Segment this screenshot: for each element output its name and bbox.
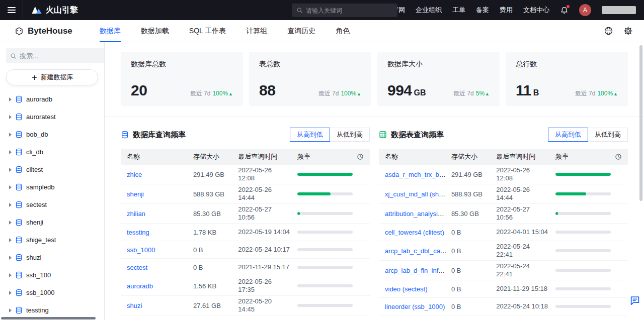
tab-data-loading[interactable]: 数据加载 [141, 20, 169, 42]
caret-right-icon[interactable] [9, 256, 12, 260]
product-nav-bar: ByteHouse 数据库 数据加载 SQL 工作表 计算组 查询历史 角色 [0, 20, 644, 42]
stat-unit: GB [414, 88, 426, 97]
database-name-link[interactable]: tessting [127, 229, 149, 236]
sort-toggle: 从高到低 从低到高 [290, 128, 370, 142]
stat-value: 20 [131, 82, 147, 98]
last-query-time: 2022-05-24 10:18 [496, 302, 555, 310]
sidebar-item-cli_db[interactable]: cli_db [6, 143, 98, 161]
caret-right-icon[interactable] [9, 150, 12, 154]
hamburger-menu-button[interactable] [0, 0, 23, 20]
user-avatar[interactable]: A [579, 4, 591, 16]
clock-icon[interactable] [357, 153, 364, 160]
table-row: arcp_lab_y_irec_fi_pre…0 B2022-05-24 11:… [379, 315, 628, 320]
caret-right-icon[interactable] [9, 221, 12, 225]
sidebar-item-bob_db[interactable]: bob_db [6, 126, 98, 143]
settings-gear-icon[interactable] [623, 26, 633, 36]
global-search-box [292, 4, 397, 17]
notifications-button[interactable] [560, 6, 569, 15]
tab-compute-groups[interactable]: 计算组 [246, 20, 267, 42]
caret-right-icon[interactable] [9, 115, 12, 119]
table-row: shuzi27.61 GB2022-05-20 14:45 [121, 296, 370, 315]
database-name-link[interactable]: sectest [127, 264, 147, 271]
sidebar-item-auroradb[interactable]: auroradb [6, 90, 98, 108]
link-docs-center[interactable]: 文档中心 [523, 6, 549, 15]
table-name-link[interactable]: xj_cust_ind_all (shenji) [385, 190, 451, 198]
link-billing[interactable]: 费用 [500, 6, 513, 15]
tab-roles[interactable]: 角色 [336, 20, 350, 42]
sidebar-item-shuzi[interactable]: shuzi [6, 249, 98, 266]
last-query-time: 2022-05-27 10:56 [238, 205, 297, 222]
table-name-link[interactable]: arcp_lab_c_dbt_card_t… [385, 247, 451, 255]
table-name-link[interactable]: video (sectest) [385, 285, 428, 293]
last-query-time: 2022-05-26 12:08 [496, 166, 555, 182]
sort-desc-button[interactable]: 从高到低 [548, 128, 588, 142]
last-query-time: 2022-05-26 14:44 [238, 186, 297, 202]
last-query-time: 2021-11-29 15:18 [496, 285, 555, 293]
sort-asc-button[interactable]: 从低到高 [588, 128, 628, 142]
tab-sql-worksheet[interactable]: SQL 工作表 [189, 20, 226, 42]
table-name-link[interactable]: arcp_lab_d_fin_inf_s (z… [385, 267, 451, 274]
frequency-panels: 数据库查询频率 从高到低 从低到高 名称 存储大小 最后查询时间 频率 [121, 117, 628, 320]
tab-databases[interactable]: 数据库 [100, 20, 121, 42]
table-row: zhice291.49 GB2022-05-26 12:08 [121, 165, 370, 184]
feedback-chat-button[interactable] [628, 294, 641, 307]
table-name-link[interactable]: cell_towers4 (clitest) [385, 229, 444, 236]
storage-size: 291.49 GB [451, 171, 496, 178]
new-database-label: 新建数据库 [41, 73, 73, 82]
globe-language-icon[interactable] [604, 26, 613, 36]
table-name-link[interactable]: asda_r_mch_trx_by_hr… [385, 171, 451, 178]
frequency-bar [297, 173, 353, 176]
database-name-link[interactable]: auroradb [127, 282, 153, 290]
link-icp-filing[interactable]: 备案 [476, 6, 489, 15]
sidebar-item-sectest[interactable]: sectest [6, 196, 98, 214]
sidebar-item-auroratest[interactable]: auroratest [6, 108, 98, 126]
last-query-time: 2022-05-26 17:35 [238, 278, 297, 294]
new-database-button[interactable]: 新建数据库 [6, 69, 98, 85]
database-name: shenji [26, 219, 43, 226]
sidebar-item-sampledb[interactable]: sampledb [6, 178, 98, 196]
caret-right-icon[interactable] [9, 168, 12, 172]
account-name-redacted[interactable] [602, 6, 636, 14]
tab-query-history[interactable]: 查询历史 [287, 20, 315, 42]
link-tickets[interactable]: 工单 [452, 6, 465, 15]
caret-right-icon[interactable] [9, 291, 12, 295]
sidebar-search-box [6, 48, 105, 63]
table-row: lineorder (ssb_1000)0 B2022-05-24 10:18 [379, 298, 628, 315]
bytehouse-logo[interactable]: ByteHouse [14, 26, 72, 36]
sidebar-item-tessting[interactable]: tessting [6, 301, 98, 319]
caret-right-icon[interactable] [9, 308, 12, 312]
table-name-link[interactable]: attribution_analysis (z… [385, 210, 451, 218]
database-name: shige_test [26, 236, 56, 244]
database-name-link[interactable]: zhice [127, 171, 142, 178]
database-name-link[interactable]: shuzi [127, 302, 142, 309]
caret-right-icon[interactable] [9, 185, 12, 189]
sort-asc-button[interactable]: 从低到高 [330, 128, 370, 142]
caret-right-icon[interactable] [9, 203, 12, 207]
caret-right-icon[interactable] [9, 133, 12, 137]
link-enterprise-org[interactable]: 企业组织 [416, 6, 442, 15]
sidebar-item-ssb_1000[interactable]: ssb_1000 [6, 284, 98, 301]
clock-icon[interactable] [615, 153, 622, 160]
caret-right-icon[interactable] [9, 273, 12, 277]
sidebar-item-shenji[interactable]: shenji [6, 214, 98, 231]
stat-value: 994 [387, 82, 412, 98]
sidebar-item-shige_test[interactable]: shige_test [6, 231, 98, 249]
table-row: asda_r_mch_trx_by_hr…291.49 GB2022-05-26… [379, 165, 628, 184]
table-name-link[interactable]: lineorder (ssb_1000) [385, 303, 445, 310]
frequency-bar-track [297, 212, 353, 215]
database-name-link[interactable]: shenji [127, 190, 144, 198]
trend-up-icon: ▲ [613, 91, 618, 96]
table-row: shenji588.93 GB2022-05-26 14:44 [121, 184, 370, 204]
sort-desc-button[interactable]: 从高到低 [290, 128, 330, 142]
volcengine-logo[interactable]: 火山引擎 [23, 5, 86, 16]
sidebar-item-ssb_100[interactable]: ssb_100 [6, 266, 98, 284]
sidebar-horizontal-scrollbar[interactable] [1, 317, 96, 319]
database-name-link[interactable]: zhilian [127, 210, 145, 218]
database-name-link[interactable]: ssb_1000 [127, 246, 155, 254]
caret-right-icon[interactable] [9, 238, 12, 242]
sidebar-item-clitest[interactable]: clitest [6, 161, 98, 178]
caret-right-icon[interactable] [9, 97, 12, 101]
keyword-search-input[interactable] [306, 7, 393, 14]
sidebar-search-input[interactable] [20, 52, 105, 60]
vertical-scrollbar[interactable] [639, 45, 642, 201]
